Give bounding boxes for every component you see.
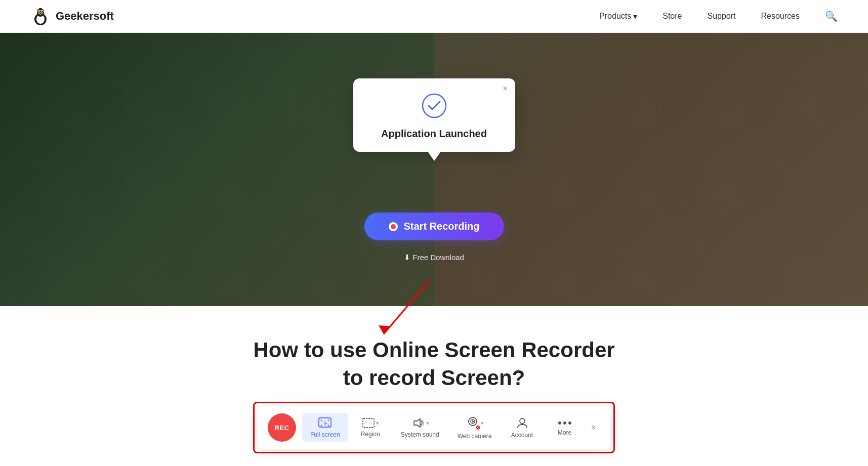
svg-point-11 [423,94,446,117]
application-launched-popup: × Application Launched [353,78,515,152]
webcam-item[interactable]: ✕ ▾ Web camera [449,411,500,444]
free-download-link[interactable]: ⬇ Free Download [404,253,464,262]
account-icon [516,416,529,430]
svg-marker-16 [414,419,420,427]
popup-container: × Application Launched [353,78,515,152]
rec-indicator [388,222,397,231]
heading-line2: to record Screen? [343,366,525,390]
popup-close-button[interactable]: × [503,83,508,94]
rec-dot-inner [390,224,395,229]
webcam-icon-container: ✕ [466,415,480,431]
more-label: More [558,429,571,436]
more-icon [557,419,573,427]
fullscreen-item[interactable]: Full screen [302,413,348,442]
webcam-chevron: ▾ [481,420,484,427]
nav-store[interactable]: Store [663,12,682,21]
toolbar-close-button[interactable]: × [587,420,601,435]
start-recording-area: Start Recording [364,192,504,240]
region-label: Region [361,431,380,438]
fullscreen-label: Full screen [310,431,340,438]
region-item[interactable]: ▾ Region [350,413,391,442]
nav-support[interactable]: Support [707,12,735,21]
svg-point-5 [38,12,39,13]
logo-icon [30,6,51,26]
chevron-down-icon: ▾ [633,12,637,21]
more-item[interactable]: More [545,415,585,440]
recorder-toolbar: REC Full screen ▾ [258,406,610,449]
logo[interactable]: Geekersoft [30,6,114,26]
svg-point-7 [40,14,42,15]
svg-point-22 [563,421,566,425]
start-recording-label: Start Recording [403,221,479,232]
fullscreen-icon [318,417,332,429]
sound-chevron: ▾ [426,420,429,427]
heading-suffix: der [582,338,614,362]
section-title: How to use Online Screen Recorder to rec… [253,336,614,392]
nav-products[interactable]: Products ▾ [599,12,637,21]
webcam-disabled-badge: ✕ [475,425,481,431]
region-chevron: ▾ [376,420,379,427]
account-item[interactable]: Account [502,412,543,443]
start-recording-button[interactable]: Start Recording [364,213,504,240]
svg-point-23 [568,421,571,425]
svg-point-19 [472,420,474,422]
webcam-label: Web camera [458,433,492,440]
hero-section: × Application Launched Start Recording ⬇… [0,33,868,306]
check-circle-icon [421,93,447,119]
search-icon[interactable]: 🔍 [825,10,838,22]
section-heading: How to use Online Screen Recorder to rec… [253,336,614,392]
system-sound-label: System sound [401,431,439,438]
svg-marker-13 [379,325,391,334]
nav-links: Products ▾ Store Support Resources 🔍 [599,10,838,22]
heading-line1: How to use Online Screen Recor [253,338,582,362]
svg-rect-10 [38,10,43,11]
account-label: Account [511,432,533,439]
region-icon: ▾ [362,417,379,429]
toolbar-highlight-box: REC Full screen ▾ [253,402,615,453]
popup-title: Application Launched [374,128,495,140]
toolbar-section: How to use Online Screen Recorder to rec… [0,306,868,466]
svg-point-21 [558,421,561,425]
webcam-icon: ✕ ▾ [466,415,484,431]
logo-text: Geekersoft [56,10,114,23]
svg-point-6 [41,12,42,13]
navbar: Geekersoft Products ▾ Store Support Reso… [0,0,868,33]
free-download-area: ⬇ Free Download [404,243,464,262]
system-sound-icon: ▾ [411,417,429,429]
system-sound-item[interactable]: ▾ System sound [393,413,447,442]
rec-button[interactable]: REC [268,413,296,442]
svg-point-20 [520,418,525,423]
nav-resources[interactable]: Resources [761,12,800,21]
svg-rect-15 [363,418,374,428]
